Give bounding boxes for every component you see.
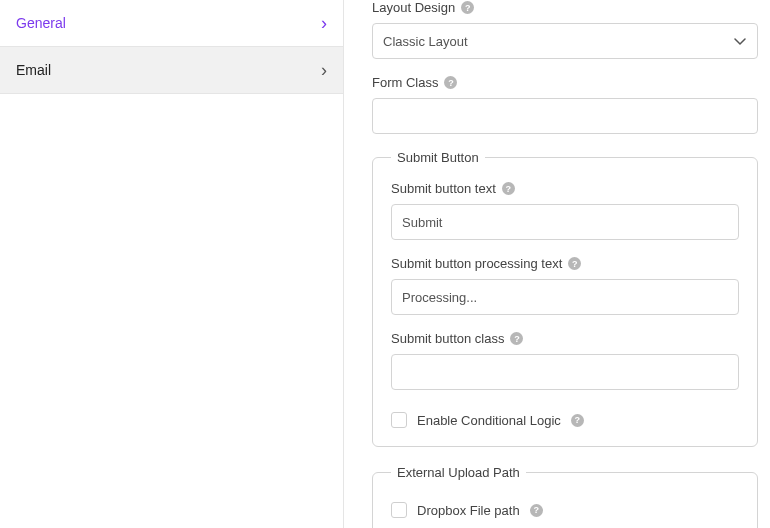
checkbox-label: Dropbox File path: [417, 503, 520, 518]
external-upload-fieldset: External Upload Path Dropbox File path ?…: [372, 465, 758, 528]
checkbox-icon: [391, 502, 407, 518]
help-icon[interactable]: ?: [571, 414, 584, 427]
help-icon[interactable]: ?: [568, 257, 581, 270]
submit-text-input[interactable]: [391, 204, 739, 240]
enable-conditional-logic-checkbox[interactable]: Enable Conditional Logic ?: [391, 406, 739, 440]
label-text: Layout Design: [372, 0, 455, 15]
sidebar-item-email[interactable]: Email ›: [0, 47, 343, 94]
chevron-right-icon: ›: [321, 61, 327, 79]
form-class-input[interactable]: [372, 98, 758, 134]
help-icon[interactable]: ?: [530, 504, 543, 517]
submit-button-fieldset: Submit Button Submit button text ? Submi…: [372, 150, 758, 447]
layout-design-label: Layout Design ?: [372, 0, 758, 15]
label-text: Form Class: [372, 75, 438, 90]
form-class-label: Form Class ?: [372, 75, 758, 90]
help-icon[interactable]: ?: [502, 182, 515, 195]
help-icon[interactable]: ?: [461, 1, 474, 14]
external-upload-legend: External Upload Path: [391, 465, 526, 480]
submit-processing-input[interactable]: [391, 279, 739, 315]
sidebar-item-label: General: [16, 15, 66, 31]
sidebar-item-general[interactable]: General ›: [0, 0, 343, 47]
label-text: Submit button class: [391, 331, 504, 346]
help-icon[interactable]: ?: [444, 76, 457, 89]
help-icon[interactable]: ?: [510, 332, 523, 345]
submit-class-label: Submit button class ?: [391, 331, 739, 346]
layout-design-select[interactable]: Classic Layout: [372, 23, 758, 59]
dropbox-path-checkbox[interactable]: Dropbox File path ?: [391, 496, 739, 528]
label-text: Submit button text: [391, 181, 496, 196]
sidebar-item-label: Email: [16, 62, 51, 78]
checkbox-icon: [391, 412, 407, 428]
submit-button-legend: Submit Button: [391, 150, 485, 165]
checkbox-label: Enable Conditional Logic: [417, 413, 561, 428]
label-text: Submit button processing text: [391, 256, 562, 271]
submit-class-input[interactable]: [391, 354, 739, 390]
chevron-right-icon: ›: [321, 14, 327, 32]
submit-text-label: Submit button text ?: [391, 181, 739, 196]
submit-processing-label: Submit button processing text ?: [391, 256, 739, 271]
